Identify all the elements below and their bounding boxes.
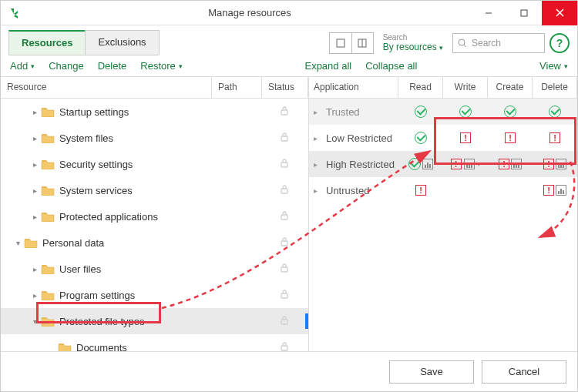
save-button[interactable]: Save (389, 360, 474, 384)
column-create[interactable]: Create (488, 77, 533, 98)
perm-delete[interactable]: ! (533, 159, 577, 169)
lock-icon (264, 106, 305, 119)
perm-delete[interactable]: ! (533, 185, 577, 196)
app-logo (1, 7, 29, 19)
tab-exclusions[interactable]: Exclusions (85, 30, 159, 55)
folder-icon (41, 185, 55, 196)
lock-icon (264, 263, 305, 276)
folder-icon (41, 132, 55, 143)
tree-row[interactable]: ▸Security settings (1, 151, 308, 177)
perm-create[interactable]: ! (488, 159, 533, 169)
minimize-button[interactable] (471, 1, 506, 25)
perm-read[interactable] (398, 132, 443, 144)
permission-row[interactable]: ▸Untrusted!! (309, 177, 577, 203)
folder-icon (41, 159, 55, 169)
window-title: Manage resources (29, 7, 471, 18)
tree-item-label: Protected applications (59, 211, 264, 223)
tree-row[interactable]: ▾Personal data (1, 230, 308, 256)
tree-row[interactable]: Documents (1, 334, 308, 351)
help-button[interactable]: ? (549, 33, 570, 53)
expand-arrow-icon[interactable]: ▸ (30, 134, 39, 142)
permission-row[interactable]: ▸Low Restricted!!! (309, 125, 577, 151)
svg-point-7 (459, 39, 465, 45)
permission-row[interactable]: ▸Trusted (309, 99, 577, 125)
svg-rect-12 (281, 189, 287, 193)
layout-single-icon[interactable] (330, 33, 351, 53)
perm-delete[interactable]: ! (533, 132, 577, 143)
perm-create[interactable] (488, 106, 533, 118)
column-read[interactable]: Read (398, 77, 443, 98)
column-application[interactable]: Application (309, 77, 398, 98)
folder-icon (41, 290, 55, 300)
expand-arrow-icon[interactable]: ▸ (314, 108, 321, 116)
change-action[interactable]: Change (49, 60, 84, 72)
column-delete[interactable]: Delete (533, 77, 577, 98)
svg-rect-11 (281, 162, 287, 167)
search-mode[interactable]: Search By resources ▾ (383, 33, 443, 52)
svg-rect-16 (281, 293, 287, 298)
view-action[interactable]: View ▾ (539, 60, 568, 72)
perm-write[interactable]: ! (443, 132, 488, 143)
column-write[interactable]: Write (443, 77, 488, 98)
tree-row[interactable]: ▸System services (1, 177, 308, 203)
perm-read[interactable]: ! (398, 185, 443, 196)
lock-icon (264, 341, 305, 352)
tree-item-label: User files (59, 263, 264, 275)
lock-icon (264, 236, 305, 250)
expand-arrow-icon[interactable]: ▸ (30, 160, 39, 169)
layout-split-icon[interactable] (351, 33, 373, 53)
search-icon (458, 39, 467, 48)
close-button[interactable] (542, 1, 577, 25)
svg-rect-4 (337, 39, 344, 47)
tab-resources[interactable]: Resources (8, 30, 86, 55)
expand-arrow-icon[interactable]: ▸ (30, 291, 39, 300)
tree-item-label: Personal data (42, 237, 264, 249)
layout-toggle[interactable] (329, 32, 374, 54)
folder-icon (58, 342, 72, 351)
expand-arrow-icon[interactable]: ▸ (30, 108, 39, 116)
perm-create[interactable]: ! (488, 132, 533, 143)
expand-arrow-icon[interactable]: ▾ (13, 239, 22, 247)
expand-arrow-icon[interactable]: ▸ (314, 160, 321, 169)
resource-tree[interactable]: ▸Startup settings▸System files▸Security … (1, 99, 308, 351)
permission-row[interactable]: ▸High Restricted! ▾!! (309, 151, 577, 177)
lock-icon (264, 315, 305, 328)
expand-arrow-icon[interactable]: ▸ (30, 213, 39, 221)
tree-row[interactable]: ▸User files (1, 256, 308, 282)
collapse-all-action[interactable]: Collapse all (365, 60, 417, 72)
action-bar: Add ▾ Change Delete Restore ▾ Expand all… (1, 55, 577, 77)
restore-action[interactable]: Restore ▾ (140, 60, 183, 72)
svg-rect-14 (281, 241, 287, 246)
add-action[interactable]: Add ▾ (10, 60, 35, 72)
maximize-button[interactable] (506, 1, 542, 25)
perm-write[interactable]: ! ▾ (443, 157, 488, 171)
permission-grid: ▸Trusted▸Low Restricted!!!▸High Restrict… (309, 99, 577, 203)
expand-arrow-icon[interactable]: ▸ (30, 186, 39, 195)
column-status[interactable]: Status (262, 77, 308, 98)
tree-row[interactable]: ▸Startup settings (1, 99, 308, 125)
tree-row[interactable]: ▸Program settings (1, 282, 308, 308)
tree-row[interactable]: ▸System files (1, 125, 308, 151)
expand-arrow-icon[interactable]: ▸ (30, 265, 39, 273)
perm-delete[interactable] (533, 106, 577, 118)
folder-icon (41, 211, 55, 222)
expand-arrow-icon[interactable]: ▾ (30, 317, 39, 326)
perm-write[interactable] (443, 106, 488, 118)
expand-arrow-icon[interactable]: ▸ (314, 134, 321, 142)
svg-rect-1 (521, 10, 527, 16)
perm-read[interactable] (398, 106, 443, 118)
perm-read[interactable] (398, 158, 443, 170)
folder-icon (41, 316, 55, 327)
tree-row[interactable]: ▸Protected applications (1, 203, 308, 230)
search-input[interactable]: Search (452, 33, 545, 53)
delete-action[interactable]: Delete (98, 60, 127, 72)
tree-row[interactable]: ▾Protected file types (1, 308, 308, 334)
tree-item-label: System services (59, 185, 264, 196)
column-resource[interactable]: Resource (1, 77, 212, 98)
column-path[interactable]: Path (212, 77, 262, 98)
expand-arrow-icon[interactable]: ▸ (314, 186, 321, 195)
expand-all-action[interactable]: Expand all (304, 60, 351, 72)
folder-icon (41, 263, 55, 274)
cancel-button[interactable]: Cancel (482, 360, 566, 384)
tree-item-label: Startup settings (59, 106, 264, 118)
